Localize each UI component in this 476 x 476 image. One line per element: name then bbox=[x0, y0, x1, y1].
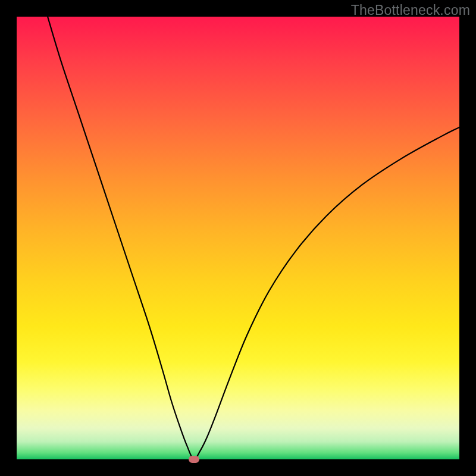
plot-area bbox=[17, 17, 459, 459]
chart-frame: TheBottleneck.com bbox=[0, 0, 476, 476]
optimal-point-marker bbox=[189, 456, 199, 463]
watermark-text: TheBottleneck.com bbox=[351, 2, 470, 18]
bottleneck-curve bbox=[17, 17, 459, 459]
